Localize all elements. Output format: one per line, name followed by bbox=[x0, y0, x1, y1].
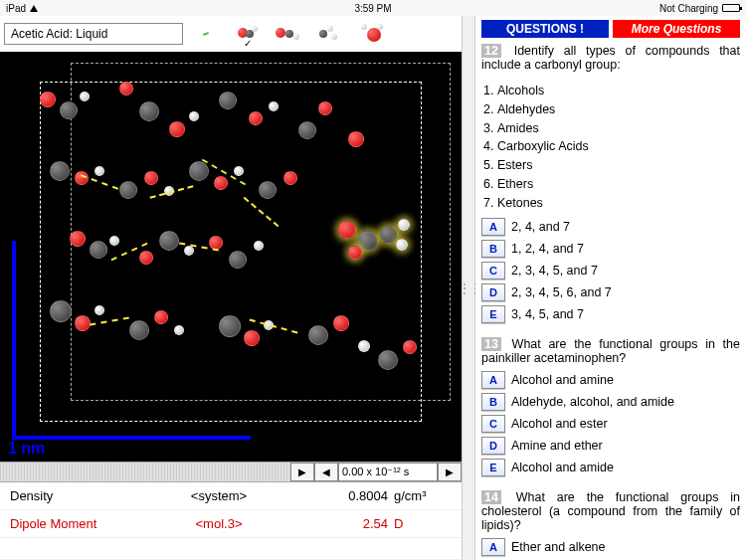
list-item: Esters bbox=[497, 156, 740, 175]
answer-text: Aldehyde, alcohol, and amide bbox=[511, 395, 674, 409]
answer-text: 3, 4, 5, and 7 bbox=[511, 307, 584, 321]
step-back-button[interactable]: ◀ bbox=[314, 463, 338, 481]
answers-q13: AAlcohol and amine BAldehyde, alcohol, a… bbox=[481, 371, 740, 480]
model-style-thumb-1[interactable] bbox=[229, 20, 267, 48]
table-row[interactable]: Dipole Moment <mol.3> 2.54 D bbox=[0, 510, 462, 538]
answer-text: 2, 3, 4, 5, 6, and 7 bbox=[511, 285, 612, 299]
device-label: iPad bbox=[6, 3, 26, 14]
answer-text: Alcohol and ester bbox=[511, 417, 608, 431]
property-value: 2.54 bbox=[298, 516, 388, 531]
answer-text: 1, 2, 4, and 7 bbox=[511, 242, 584, 256]
model-style-thumb-4[interactable] bbox=[354, 20, 392, 48]
answer-E-button[interactable]: E bbox=[481, 305, 505, 323]
step-forward-button[interactable]: ▶ bbox=[438, 463, 462, 481]
answer-A-button[interactable]: A bbox=[481, 371, 505, 389]
molecules bbox=[20, 72, 442, 442]
battery-icon bbox=[722, 4, 740, 12]
molecule-title-field[interactable] bbox=[4, 23, 183, 45]
properties-table: Density <system> 0.8004 g/cm³ Dipole Mom… bbox=[0, 481, 462, 560]
property-scope: <system> bbox=[139, 488, 298, 503]
question-14: 14 What are the functional groups in cho… bbox=[481, 490, 740, 532]
question-number: 13 bbox=[481, 337, 501, 351]
answer-text: Ether and alkene bbox=[511, 540, 606, 554]
status-bar: iPad 3:59 PM Not Charging bbox=[0, 0, 746, 16]
answer-text: 2, 3, 4, 5, and 7 bbox=[511, 264, 598, 278]
molecule-3d-view[interactable]: 1 nm bbox=[0, 52, 462, 462]
question-text: What are the functional groups in choles… bbox=[481, 490, 740, 532]
answer-text: Alcohol and amide bbox=[511, 461, 614, 474]
table-row[interactable]: Density <system> 0.8004 g/cm³ bbox=[0, 482, 462, 510]
answer-B-button[interactable]: B bbox=[481, 240, 505, 258]
property-label: Density bbox=[10, 488, 139, 503]
list-item: Amides bbox=[497, 119, 740, 138]
property-scope: <mol.3> bbox=[139, 516, 298, 531]
questions-tabs: QUESTIONS ! More Questions bbox=[481, 20, 740, 38]
list-item: Aldehydes bbox=[497, 100, 740, 119]
property-unit: g/cm³ bbox=[388, 488, 438, 503]
answer-C-button[interactable]: C bbox=[481, 415, 505, 433]
timeline-scrubber[interactable] bbox=[0, 463, 290, 481]
y-axis bbox=[12, 241, 16, 440]
clock: 3:59 PM bbox=[251, 3, 495, 14]
list-item: Alcohols bbox=[497, 82, 740, 100]
answer-D-button[interactable]: D bbox=[481, 437, 505, 455]
simulation-pane: 1 nm bbox=[0, 16, 462, 560]
answer-C-button[interactable]: C bbox=[481, 262, 505, 280]
list-item: Ethers bbox=[497, 175, 740, 194]
top-toolbar bbox=[0, 16, 462, 52]
answer-A-button[interactable]: A bbox=[481, 218, 505, 236]
answer-A-button[interactable]: A bbox=[481, 538, 505, 556]
tab-questions[interactable]: QUESTIONS ! bbox=[481, 20, 609, 38]
tab-more-questions[interactable]: More Questions bbox=[613, 20, 740, 38]
list-item: Ketones bbox=[497, 194, 740, 213]
model-style-thumb-3[interactable] bbox=[312, 20, 350, 48]
model-style-thumb-2[interactable] bbox=[271, 20, 308, 48]
property-value: 0.8004 bbox=[298, 488, 388, 503]
time-display[interactable]: 0.00 x 10⁻¹² s bbox=[338, 463, 438, 481]
answer-text: Alcohol and amine bbox=[511, 373, 614, 387]
split-divider[interactable]: ⋮⋮ bbox=[462, 16, 475, 560]
tag-icon[interactable] bbox=[187, 20, 225, 48]
wifi-icon bbox=[30, 5, 38, 12]
question-12: 12 Identify all types of compounds that … bbox=[481, 44, 740, 72]
questions-pane: QUESTIONS ! More Questions 12 Identify a… bbox=[475, 16, 746, 560]
answer-text: 2, 4, and 7 bbox=[511, 220, 570, 234]
table-row[interactable] bbox=[0, 538, 462, 560]
property-unit: D bbox=[388, 516, 438, 531]
question-number: 14 bbox=[481, 490, 501, 504]
answer-text: Amine and ether bbox=[511, 439, 603, 453]
scale-label: 1 nm bbox=[8, 440, 45, 458]
question-13: 13 What are the functional groups in the… bbox=[481, 337, 740, 365]
playback-bar: ▶ ◀ 0.00 x 10⁻¹² s ▶ bbox=[0, 462, 462, 481]
question-number: 12 bbox=[481, 44, 501, 58]
question-text: Identify all types of compounds that inc… bbox=[481, 44, 740, 72]
play-button[interactable]: ▶ bbox=[290, 463, 314, 481]
charge-label: Not Charging bbox=[659, 3, 718, 14]
answer-E-button[interactable]: E bbox=[481, 459, 505, 476]
answers-q14: AEther and alkene BAlcohol and alkene CA… bbox=[481, 538, 740, 560]
answer-B-button[interactable]: B bbox=[481, 393, 505, 411]
list-item: Carboxylic Acids bbox=[497, 137, 740, 156]
property-label: Dipole Moment bbox=[10, 516, 139, 531]
question-text: What are the functional groups in the pa… bbox=[481, 337, 740, 365]
answer-D-button[interactable]: D bbox=[481, 283, 505, 301]
answers-q12: A2, 4, and 7 B1, 2, 4, and 7 C2, 3, 4, 5… bbox=[481, 218, 740, 327]
compound-list: Alcohols Aldehydes Amides Carboxylic Aci… bbox=[497, 82, 740, 212]
